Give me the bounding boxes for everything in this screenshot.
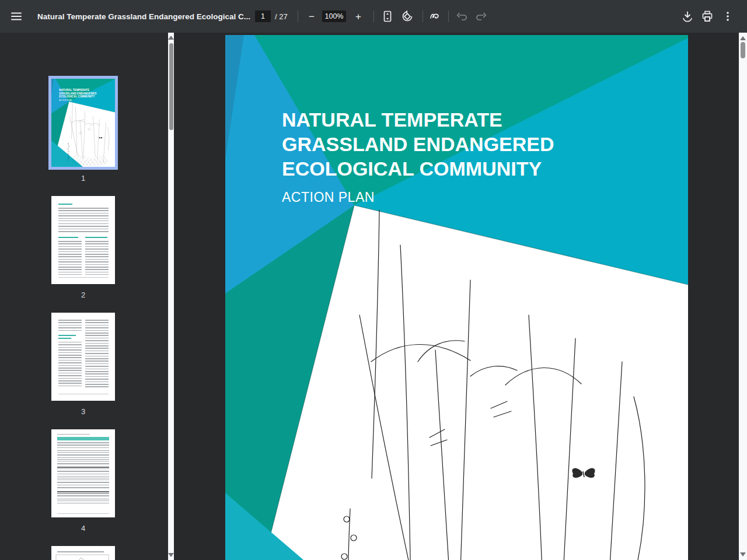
toolbar-separator [423, 10, 423, 22]
undo-icon [456, 10, 468, 22]
hamburger-icon [11, 10, 22, 22]
toolbar-separator [298, 10, 298, 22]
thumbnail-label-3: 3 [48, 407, 118, 416]
redo-button[interactable] [473, 8, 489, 24]
thumbnail-label-4: 4 [48, 524, 118, 533]
pdf-viewer-toolbar: Natural Temperate Grassland Endangered E… [0, 0, 747, 33]
thumbnail-cover-art: NATURAL TEMPERATE GRASSLAND ENDANGERED E… [51, 79, 115, 167]
thumb-cover-title-line2: GRASSLAND ENDANGERED [59, 92, 97, 95]
cover-title-line1: NATURAL TEMPERATE [282, 108, 502, 131]
thumb-cover-title-line1: NATURAL TEMPERATE [59, 89, 89, 92]
redo-icon [475, 10, 487, 22]
print-button[interactable] [699, 8, 715, 24]
main-scroll-up-arrow[interactable] [740, 36, 746, 40]
rotate-icon [401, 10, 414, 23]
more-options-icon [722, 10, 734, 22]
main-scrollbar-thumb[interactable] [741, 42, 745, 58]
print-icon [701, 10, 713, 22]
thumb-cover-subtitle: ACTION PLAN [59, 99, 72, 102]
cover-title-line3: ECOLOGICAL COMMUNITY [282, 158, 542, 180]
cover-subtitle: ACTION PLAN [282, 190, 375, 205]
toolbar-separator [374, 10, 374, 22]
zoom-out-button[interactable]: − [303, 8, 320, 24]
page-number-input[interactable] [255, 10, 271, 22]
cover-title-line2: GRASSLAND ENDANGERED [282, 133, 554, 155]
thumbnail-text-page [51, 313, 115, 401]
document-title: Natural Temperate Grassland Endangered E… [37, 0, 250, 33]
sidebar-scroll-down-arrow[interactable] [168, 553, 174, 557]
sidebar-scrollbar-track[interactable] [168, 33, 174, 560]
thumbnail-text-page [51, 196, 115, 284]
zoom-level-display[interactable]: 100% [322, 10, 346, 22]
thumbnail-label-2: 2 [48, 290, 118, 299]
download-button[interactable] [679, 8, 696, 24]
thumbnail-page-4[interactable] [51, 429, 115, 517]
download-icon [682, 10, 693, 22]
sidebar-scroll-up-arrow[interactable] [168, 36, 174, 40]
annotate-button[interactable] [427, 8, 444, 24]
more-options-button[interactable] [720, 8, 736, 24]
zoom-in-button[interactable]: + [350, 8, 366, 24]
thumbnail-sidebar: NATURAL TEMPERATE GRASSLAND ENDANGERED E… [0, 33, 168, 560]
fit-to-page-icon [382, 10, 393, 22]
thumbnail-map-page [51, 546, 115, 560]
thumbnail-table-page [51, 429, 115, 517]
thumbnail-page-5[interactable] [51, 546, 115, 560]
thumbnail-page-3[interactable] [51, 313, 115, 401]
undo-button[interactable] [454, 8, 470, 24]
page-count-label: / 27 [275, 0, 288, 33]
fit-to-page-button[interactable] [379, 8, 396, 24]
main-scroll-down-arrow[interactable] [740, 552, 746, 556]
thumb-cover-title-line3: ECOLOGICAL COMMUNITY [59, 95, 95, 98]
pdf-page-1: NATURAL TEMPERATE GRASSLAND ENDANGERED E… [225, 35, 688, 560]
toolbar-separator [448, 10, 449, 22]
sidebar-scrollbar-thumb[interactable] [169, 43, 173, 130]
document-viewport[interactable]: NATURAL TEMPERATE GRASSLAND ENDANGERED E… [174, 33, 739, 560]
rotate-button[interactable] [399, 8, 416, 24]
thumbnail-page-2[interactable] [51, 196, 115, 284]
draw-annotate-icon [429, 10, 442, 23]
thumbnail-page-1[interactable]: NATURAL TEMPERATE GRASSLAND ENDANGERED E… [48, 76, 118, 170]
main-scrollbar-track[interactable] [739, 33, 747, 560]
menu-button[interactable] [8, 8, 25, 24]
thumbnail-label-1: 1 [48, 174, 118, 183]
